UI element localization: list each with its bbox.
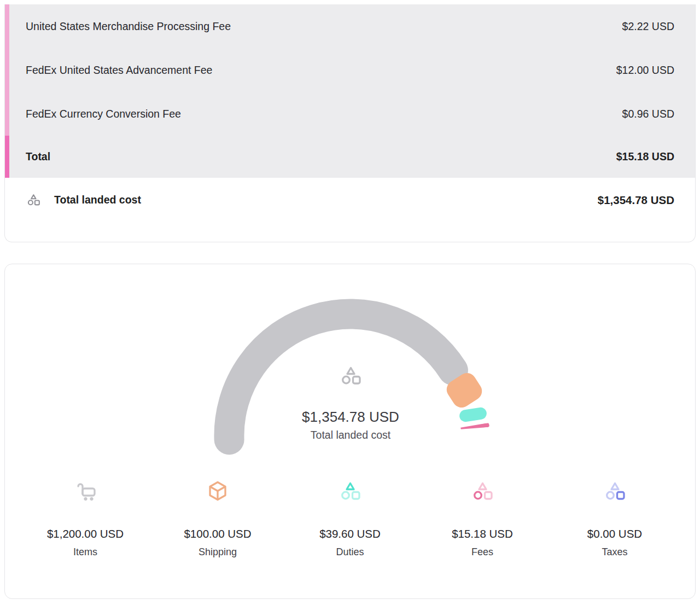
shapes-triangle-icon <box>338 479 362 503</box>
fee-total-label: Total <box>26 150 50 163</box>
legend-value: $100.00 USD <box>184 526 251 542</box>
total-landed-cost-label: Total landed cost <box>54 191 141 208</box>
fee-value: $2.22 USD <box>622 20 674 33</box>
fee-accent-bar-light <box>5 4 9 136</box>
legend-item-taxes: $0.00 USD Taxes <box>549 479 681 559</box>
legend-item-duties: $39.60 USD Duties <box>284 479 416 559</box>
shapes-circle-icon <box>470 479 494 503</box>
gauge-legend: $1,200.00 USD Items $100.00 USD Shipping <box>19 479 681 559</box>
shapes-square-icon <box>603 479 627 503</box>
fee-label: United States Merchandise Processing Fee <box>26 20 231 33</box>
fee-value: $12.00 USD <box>616 64 674 77</box>
table-row: United States Merchandise Processing Fee… <box>5 4 695 48</box>
cart-icon <box>73 479 97 503</box>
fee-label: FedEx Currency Conversion Fee <box>26 108 181 120</box>
fee-total-row: Total $15.18 USD <box>5 136 695 178</box>
legend-label: Shipping <box>199 545 237 559</box>
table-row: FedEx Currency Conversion Fee $0.96 USD <box>5 92 695 136</box>
legend-value: $15.18 USD <box>452 526 513 542</box>
package-icon <box>206 479 230 503</box>
legend-value: $0.00 USD <box>587 526 642 542</box>
legend-label: Taxes <box>602 545 627 559</box>
fee-total-value: $15.18 USD <box>616 150 674 163</box>
total-landed-cost-value: $1,354.78 USD <box>598 191 674 208</box>
fee-label: FedEx United States Advancement Fee <box>26 64 212 77</box>
gauge-chart: $1,354.78 USD Total landed cost <box>5 264 696 472</box>
fee-table: United States Merchandise Processing Fee… <box>5 4 695 178</box>
legend-label: Items <box>73 545 97 559</box>
landed-cost-chart-card: $1,354.78 USD Total landed cost $1,200.0… <box>4 264 696 599</box>
legend-item-items: $1,200.00 USD Items <box>19 479 151 559</box>
page: United States Merchandise Processing Fee… <box>0 0 700 605</box>
gauge-center-label: Total landed cost <box>5 428 696 441</box>
gauge-center-value: $1,354.78 USD <box>5 409 696 425</box>
legend-label: Fees <box>471 545 493 559</box>
fee-breakdown-card: United States Merchandise Processing Fee… <box>4 4 696 242</box>
total-landed-cost-row: Total landed cost $1,354.78 USD <box>5 178 695 242</box>
fee-accent-bar-strong <box>5 136 9 178</box>
legend-label: Duties <box>336 545 364 559</box>
table-row: FedEx United States Advancement Fee $12.… <box>5 48 695 92</box>
landed-cost-shapes-icon <box>339 364 363 388</box>
legend-value: $39.60 USD <box>319 526 381 542</box>
legend-item-shipping: $100.00 USD Shipping <box>151 479 284 559</box>
landed-cost-shapes-icon <box>26 191 41 208</box>
legend-value: $1,200.00 USD <box>47 526 124 542</box>
legend-item-fees: $15.18 USD Fees <box>416 479 549 559</box>
fee-value: $0.96 USD <box>622 108 674 120</box>
